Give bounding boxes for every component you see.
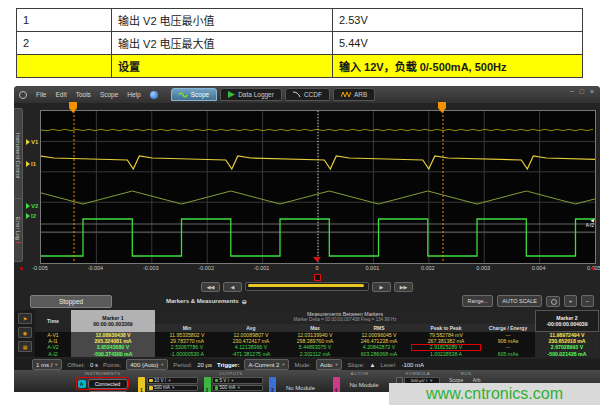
tab-error-log-label: Error Log <box>15 217 21 240</box>
instrument-a-connect-button[interactable]: Connected <box>88 379 128 389</box>
menu-help[interactable]: Help <box>127 91 140 98</box>
ch1-voltage: 10 V / <box>154 378 166 383</box>
channel-label-v1[interactable]: V1 <box>26 139 38 145</box>
waveform-plot[interactable]: ◀ A-I2 <box>40 110 596 264</box>
instrument-tabs: Scope Data Logger CCDF ARB <box>171 88 376 101</box>
marker1-header[interactable]: Marker 1 00:00:00.003369 <box>71 310 155 332</box>
trigger-position-box[interactable] <box>314 274 321 281</box>
col-rms: RMS <box>347 324 411 332</box>
minimize-button[interactable]: − <box>570 88 574 95</box>
chevron-down-icon: ▼ <box>54 362 58 367</box>
trigger-mode-dropdown[interactable]: Auto ▼ <box>316 359 342 370</box>
channel-label-v2[interactable]: V2 <box>26 203 38 209</box>
slope-up-icon[interactable]: ▲ <box>369 362 375 368</box>
requirements-table: 1 输出 V2 电压最小值 2.53V 2 输出 V2 电压最大值 5.44V … <box>16 8 583 78</box>
marker-icon[interactable]: ⚑ <box>18 313 32 324</box>
tab-arb[interactable]: ARB <box>333 88 375 101</box>
timebase-dropdown[interactable]: 1 ms / ▼ <box>32 359 62 370</box>
collapse-icon[interactable]: ⊖ <box>242 298 247 305</box>
instrument-b-row: B Connect <box>78 391 128 392</box>
tab-arb-label: ARB <box>354 91 367 98</box>
gear-icon[interactable] <box>19 91 27 99</box>
scope-app-window: File Edit Tools Scope Help Scope Data Lo… <box>14 86 600 392</box>
measure-icon[interactable]: ◉ <box>18 327 32 338</box>
ch1-current-dropdown[interactable]: 500 mA▼ <box>147 385 198 392</box>
chevron-down-icon: ▼ <box>171 385 175 390</box>
ch2-voltage: 5 V / <box>220 378 229 383</box>
tab-ccdf[interactable]: CCDF <box>285 88 330 101</box>
marker2-flag[interactable] <box>438 102 446 108</box>
row-number: 2 <box>17 32 112 55</box>
scroll-first-button[interactable]: ◀◀ <box>201 282 220 292</box>
menu-tools[interactable]: Tools <box>76 91 91 98</box>
scroll-last-button[interactable]: ▶▶ <box>394 282 413 292</box>
trigger-source-dropdown[interactable]: A-Current 2 ▼ <box>244 359 289 370</box>
instruments-section: INSTRUMENTS A Connected B Connect <box>76 370 129 392</box>
acquisition-settings-row: 1 ms / ▼ Offset: 0 s Points: 400 (Auto) … <box>14 359 600 370</box>
marker1-time: 00:00:00.003369 <box>93 321 133 327</box>
close-button[interactable]: × <box>590 88 594 95</box>
ch1-voltage-dropdown[interactable]: 10 V /▼ <box>147 377 198 384</box>
between-markers-header: Measurements Between Markers Marker Delt… <box>155 310 535 324</box>
trigger-position-marker[interactable] <box>313 257 321 262</box>
timebase-value: 1 ms / <box>36 362 52 368</box>
ch2-voltage-dropdown[interactable]: 5 V /▼ <box>212 377 263 384</box>
table-icon[interactable]: ▦ <box>18 341 32 352</box>
tab-error-log[interactable]: Error Log ! <box>14 198 23 262</box>
trigger-mode-value: Auto <box>320 362 332 368</box>
menu-file[interactable]: File <box>36 91 46 98</box>
screenshot-icon[interactable] <box>546 296 560 307</box>
channel-1-bar[interactable]: 1 <box>138 377 145 392</box>
tab-instrument-control[interactable]: Instrument Control <box>14 108 23 204</box>
autoscale-button[interactable]: AUTO SCALE <box>497 295 542 307</box>
marker2-header[interactable]: Marker 2 -00:00:00.004039 <box>535 310 599 332</box>
maximize-button[interactable]: □ <box>580 88 584 95</box>
window-buttons: − □ × <box>570 88 594 95</box>
stopped-button[interactable]: Stopped <box>30 295 112 308</box>
tab-scope[interactable]: Scope <box>171 88 217 101</box>
scroll-prev-button[interactable]: ◀ <box>223 282 242 292</box>
x-axis-tick: -0.003 <box>131 265 171 271</box>
data-logger-icon <box>228 91 235 98</box>
scrollbar-track[interactable] <box>245 282 369 291</box>
globe-icon[interactable] <box>150 91 158 99</box>
col-peak-to-peak: Peak to Peak <box>411 324 481 332</box>
plot-tools: Range... AUTO SCALE + − <box>462 295 594 307</box>
channel-2-bar[interactable]: 2 <box>204 377 211 392</box>
range-button[interactable]: Range... <box>462 295 493 307</box>
tab-data-logger[interactable]: Data Logger <box>220 88 282 101</box>
trigger-level-indicator[interactable]: ◀ A-I2 <box>586 219 594 229</box>
offset-value[interactable]: 0 s <box>90 362 98 368</box>
zoom-in-icon[interactable]: + <box>564 295 577 307</box>
scrollbar-thumb[interactable] <box>248 284 364 287</box>
instrument-b-connect-button[interactable]: Connect <box>88 391 128 392</box>
row-name: 设置 <box>112 55 333 78</box>
menu-edit[interactable]: Edit <box>55 91 66 98</box>
channel-4-bar[interactable]: 4 <box>333 377 340 392</box>
meas-row-label: A-I2 <box>35 351 71 357</box>
menu-scope[interactable]: Scope <box>100 91 118 98</box>
col-min: Min <box>155 324 219 332</box>
channel-i1-text: I1 <box>31 161 36 167</box>
ccdf-icon <box>293 91 301 98</box>
meas-cell: -1.00000530 A <box>155 351 219 357</box>
channel-3-bar[interactable]: 3 <box>269 377 276 392</box>
x-axis-tick: 0.001 <box>352 265 392 271</box>
scroll-next-button[interactable]: ▶ <box>372 282 391 292</box>
marker1-flag[interactable] <box>69 102 77 108</box>
markers-measurements-header: Markers & Measurements ⊖ <box>166 298 247 305</box>
points-dropdown[interactable]: 400 (Auto) ▼ <box>126 359 168 370</box>
level-value[interactable]: -100 mA <box>401 362 424 368</box>
output-channel-1: 1 10 V /▼ 500 mA▼ 500 mW▼ <box>138 377 198 392</box>
channel-label-i1[interactable]: I1 <box>26 161 36 167</box>
output-channel-3: 3 No Module <box>269 377 324 392</box>
channel-label-i2[interactable]: I2 <box>26 213 36 219</box>
row-value: 输入 12V，负载 0/-500mA, 500Hz <box>333 55 583 78</box>
ch2-current-dropdown[interactable]: 500 mA▼ <box>212 385 263 392</box>
zoom-out-icon[interactable]: − <box>581 295 594 307</box>
instrument-a-chip[interactable]: A <box>78 380 86 388</box>
row-number: 1 <box>17 9 112 32</box>
waveform-canvas <box>41 111 595 263</box>
outputs-section: OUTPUTS 1 10 V /▼ 500 mA▼ 500 mW▼ 2 5 V <box>138 370 324 392</box>
current-icon <box>149 386 153 390</box>
